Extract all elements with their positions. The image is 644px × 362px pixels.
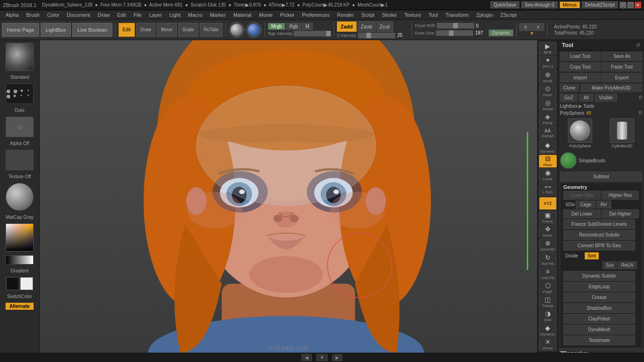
subtool-button[interactable]: Subtool <box>560 172 642 181</box>
tool-refresh-icon[interactable]: ↺ <box>636 42 640 49</box>
live-boolean-button[interactable]: Live Boolean <box>72 23 112 37</box>
menu-zscript[interactable]: ZScript <box>497 11 520 19</box>
import-button[interactable]: Import <box>560 73 601 82</box>
menu-edit[interactable]: Edit <box>113 11 130 19</box>
crease-button[interactable]: Crease <box>563 292 635 302</box>
menu-brush[interactable]: Brush <box>22 11 43 19</box>
make-polymesh-button[interactable]: Make PolyMesh3D <box>581 84 642 92</box>
brush-dots-preview[interactable] <box>6 84 34 104</box>
alpha-preview[interactable]: ○ <box>6 117 34 137</box>
canvas-area[interactable]: 0.272,0.623,-1.215 <box>40 40 537 353</box>
color-picker[interactable] <box>6 223 34 251</box>
rgb-intensity-slider[interactable] <box>294 31 331 36</box>
shadowbox-button[interactable]: ShadowBox <box>563 303 635 313</box>
aahalf-button[interactable]: AA AAHalf <box>539 126 557 139</box>
claypolish-button[interactable]: ClayPolish <box>563 314 635 324</box>
menu-file[interactable]: File <box>130 11 146 19</box>
dynamic-render-button[interactable]: ◆ Dynamic <box>539 140 557 153</box>
mrgb-button[interactable]: Mrgb <box>268 23 285 30</box>
menu-picker[interactable]: Picker <box>276 11 298 19</box>
smt-button[interactable]: Smt <box>585 252 599 259</box>
brush-preview[interactable] <box>6 43 34 71</box>
menu-marker[interactable]: Marker <box>206 11 230 19</box>
menu-document[interactable]: Document <box>63 11 94 19</box>
zsub-button[interactable]: Zsub <box>357 21 375 32</box>
menu-texture[interactable]: Texture <box>400 11 425 19</box>
m-button[interactable]: M <box>302 23 312 30</box>
xpost-button[interactable]: ✕ XPost <box>539 338 557 351</box>
edit-button[interactable]: Edit <box>119 23 135 37</box>
bottom-center-button[interactable]: ▼ <box>316 354 328 361</box>
copy-tool-button[interactable]: Copy Tool <box>560 63 601 71</box>
dynamic-button[interactable]: Dynamic <box>489 29 513 36</box>
zoom3d-button[interactable]: ⊕ Zoom3D <box>539 239 557 252</box>
scale-button[interactable]: Scale <box>178 23 198 37</box>
alternate-button[interactable]: Alternate <box>6 303 34 310</box>
edgeloop-button[interactable]: EdgeLoop <box>563 282 635 292</box>
lightbox-button[interactable]: LightBox <box>41 23 71 37</box>
draw-button[interactable]: Draw <box>136 23 155 37</box>
freeze-subdiv-button[interactable]: Freeze SubDivision Levels <box>563 219 635 229</box>
rotfill-button[interactable]: ↻ Rot Fill <box>539 253 557 266</box>
menu-color[interactable]: Color <box>43 11 63 19</box>
gradient-bar[interactable] <box>6 255 34 265</box>
move-3d-button[interactable]: ✥ Move <box>539 225 557 238</box>
menu-render[interactable]: Render <box>333 11 357 19</box>
polyf-button[interactable]: ⬡ PolyF <box>539 281 557 294</box>
lsym-button[interactable]: ⟺ L.Sym <box>539 182 557 195</box>
zcut-button[interactable]: Zcut <box>377 21 393 32</box>
simple-brush-row[interactable]: SimpleBrush <box>558 150 644 171</box>
rotate-button[interactable]: RoTate <box>200 23 223 37</box>
z-intensity-slider[interactable] <box>358 33 395 38</box>
frame-button[interactable]: ▣ Frame <box>539 211 557 224</box>
menu-material[interactable]: Material <box>230 11 255 19</box>
export-button[interactable]: Export <box>602 73 642 82</box>
lower-res-button[interactable]: Lower Res <box>563 191 601 200</box>
menu-draw[interactable]: Draw <box>94 11 113 19</box>
render-mode-button[interactable] <box>246 22 262 38</box>
persp-button[interactable]: ◈ Persp <box>539 112 557 125</box>
sym-s-button[interactable]: S <box>519 23 532 31</box>
polysphere-r-button[interactable]: R <box>639 111 642 116</box>
menu-layer[interactable]: Layer <box>146 11 166 19</box>
menu-stroke[interactable]: Stroke <box>378 11 400 19</box>
menu-alpha[interactable]: Alpha <box>2 11 22 19</box>
convert-bpr-button[interactable]: Convert BPR To Geo <box>563 241 635 251</box>
rrr-button[interactable]: Rrr <box>596 201 611 209</box>
polysphere-tool[interactable]: PolySphere <box>560 118 600 148</box>
linefill-button[interactable]: ≡ Line Fill <box>539 267 557 280</box>
matcap-preview[interactable] <box>6 183 34 211</box>
dynamesh-button[interactable]: DynaMesh <box>563 325 635 334</box>
viewport[interactable]: 0.272,0.623,-1.215 <box>40 40 537 353</box>
load-tool-button[interactable]: Load Tool <box>560 52 601 61</box>
goz-button[interactable]: GoZ <box>560 94 577 102</box>
rgb-button[interactable]: Rgb <box>286 23 301 30</box>
background-color[interactable] <box>20 277 33 290</box>
zoom-button[interactable]: ⊙ Zoom <box>539 84 557 97</box>
menu-movie[interactable]: Movie <box>255 11 276 19</box>
texture-preview[interactable] <box>6 150 34 170</box>
maximize-button[interactable]: □ <box>627 2 634 8</box>
actual-button[interactable]: ◎ Actual <box>539 98 557 111</box>
cage-button[interactable]: Cage <box>576 201 595 209</box>
minimize-button[interactable]: _ <box>620 2 626 8</box>
dynamic2-button[interactable]: ◆ Dynamic <box>539 324 557 337</box>
cylinder3d-tool[interactable]: Cylinder3D <box>602 118 642 148</box>
move-button[interactable]: Move <box>157 23 176 37</box>
focal-shift-slider[interactable] <box>437 23 474 28</box>
transp-button[interactable]: ◫ Transp <box>539 295 557 308</box>
menu-zplugin[interactable]: Zplugin <box>472 11 497 19</box>
menu-preferences[interactable]: Preferences <box>298 11 333 19</box>
reconstruct-subdiv-button[interactable]: Reconstruct Subdiv <box>563 230 635 240</box>
del-lower-button[interactable]: Del Lower <box>563 209 601 218</box>
spix-button[interactable]: ✦ SPix 3 <box>539 56 557 69</box>
visible-button[interactable]: Visible <box>595 94 617 102</box>
xyz-button[interactable]: XYZ <box>539 197 557 210</box>
menus-button[interactable]: Menus <box>560 1 580 8</box>
menu-script[interactable]: Script <box>357 11 378 19</box>
all-button[interactable]: All <box>579 94 593 102</box>
paste-tool-button[interactable]: Paste Tool <box>602 63 642 71</box>
bottom-right-button[interactable]: ▶ <box>332 354 343 361</box>
local-button[interactable]: ◉ Local <box>539 168 557 181</box>
solo-button[interactable]: ◑ Solo <box>539 309 557 322</box>
